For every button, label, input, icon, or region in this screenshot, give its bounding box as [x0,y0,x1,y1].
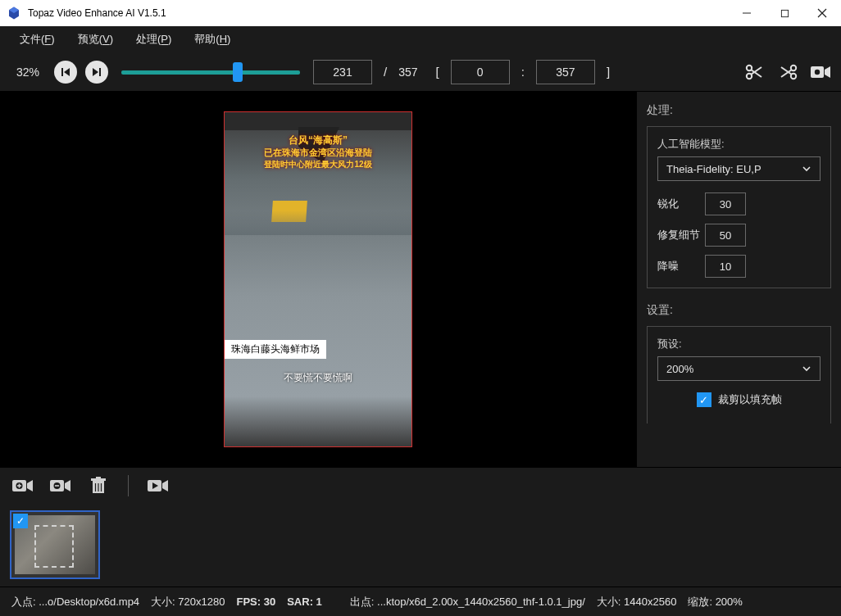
sharpen-label: 锐化 [657,197,705,211]
timeline-slider[interactable] [121,66,300,79]
bracket-close: ] [603,65,613,79]
sharpen-input[interactable]: 30 [705,192,746,215]
crop-checkbox[interactable]: ✓ [697,392,711,407]
menubar: 文件(F) 预览(V) 处理(P) 帮助(H) [0,26,841,52]
total-frames: 357 [398,66,417,79]
statusbar: 入点: ...o/Desktop/x6d.mp4 大小: 720x1280 FP… [0,587,841,616]
menu-preview[interactable]: 预览(V) [66,29,125,50]
chevron-down-icon [802,164,811,174]
svg-point-18 [815,69,820,74]
preset-label: 预设: [657,337,821,351]
svg-marker-35 [162,480,168,491]
preview-area: 台风“海高斯” 已在珠海市金湾区沿海登陆 登陆时中心附近最大风力12级 珠海白藤… [0,92,636,467]
caption-1: 台风“海高斯” [225,134,411,147]
preset-value: 200% [666,363,693,375]
trash-button[interactable] [87,476,110,496]
close-button[interactable] [803,0,841,26]
svg-marker-7 [93,68,98,76]
toolbar: 32% 231 / 357 [ 0 : 357 ] [0,52,841,92]
thumbnail-strip: ✓ [0,503,841,587]
divider [128,475,129,496]
cut-right-button[interactable] [775,60,800,84]
svg-rect-1 [781,10,788,16]
app-logo-icon [7,6,21,20]
menu-help[interactable]: 帮助(H) [183,29,242,50]
cut-left-button[interactable] [743,60,767,84]
process-video-button[interactable] [147,476,170,496]
video-frame: 台风“海高斯” 已在珠海市金湾区沿海登陆 登陆时中心附近最大风力12级 珠海白藤… [224,111,412,447]
menu-process[interactable]: 处理(P) [125,29,183,50]
svg-rect-6 [99,68,101,76]
settings-title: 设置: [647,303,831,318]
colon: : [518,65,528,79]
prev-frame-button[interactable] [54,61,77,84]
status-scale: 缩放: 200% [688,595,743,609]
svg-rect-30 [96,477,101,478]
svg-marker-20 [27,480,33,491]
status-sar: SAR: 1 [287,596,322,608]
svg-rect-4 [61,68,63,76]
caption-2: 已在珠海市金湾区沿海登陆 [225,147,411,159]
subtitle: 不要慌不要慌啊 [225,371,411,385]
window-title: Topaz Video Enhance AI V1.5.1 [28,7,166,19]
next-frame-button[interactable] [85,61,108,84]
remove-video-button[interactable] [49,476,72,496]
in-frame-input[interactable]: 0 [451,60,510,84]
menu-file[interactable]: 文件(F) [8,29,66,50]
thumbnail-checkbox[interactable]: ✓ [13,514,28,528]
out-frame-input[interactable]: 357 [536,60,595,84]
detail-label: 修复细节 [657,228,705,242]
status-out: 出点: ...ktop/x6d_2.00x_1440x2560_thf-1.0.… [350,595,585,609]
zoom-label: 32% [8,66,46,79]
denoise-input[interactable]: 10 [705,255,746,278]
svg-marker-25 [65,480,70,491]
maximize-button[interactable] [766,0,803,26]
status-fps: FPS: 30 [236,596,275,608]
model-value: Theia-Fidelity: EU,P [666,163,761,175]
slash: / [380,65,390,79]
location-label: 珠海白藤头海鲜市场 [225,340,326,359]
detail-input[interactable]: 50 [705,224,746,247]
thumbnail-item[interactable]: ✓ [10,510,100,579]
svg-marker-17 [825,66,830,78]
status-in: 入点: ...o/Desktop/x6d.mp4 [11,595,139,609]
add-video-button[interactable] [11,476,34,496]
model-dropdown[interactable]: Theia-Fidelity: EU,P [657,156,821,181]
bracket-open: [ [433,65,443,79]
record-button[interactable] [808,60,833,84]
chevron-down-icon [802,364,811,374]
preset-dropdown[interactable]: 200% [657,356,821,381]
status-out-size: 大小: 1440x2560 [597,595,677,609]
processing-title: 处理: [647,103,831,118]
right-panel: 处理: 人工智能模型: Theia-Fidelity: EU,P 锐化 30 修… [636,92,841,467]
denoise-label: 降噪 [657,259,705,274]
current-frame-input[interactable]: 231 [313,60,372,84]
svg-marker-5 [64,68,70,76]
titlebar: Topaz Video Enhance AI V1.5.1 [0,0,841,26]
status-in-size: 大小: 720x1280 [151,595,225,609]
bottom-tools [0,467,841,503]
crop-label: 裁剪以填充帧 [718,392,782,407]
caption-3: 登陆时中心附近最大风力12级 [225,159,411,170]
svg-rect-29 [91,478,106,481]
minimize-button[interactable] [728,0,766,26]
model-label: 人工智能模型: [657,137,821,152]
